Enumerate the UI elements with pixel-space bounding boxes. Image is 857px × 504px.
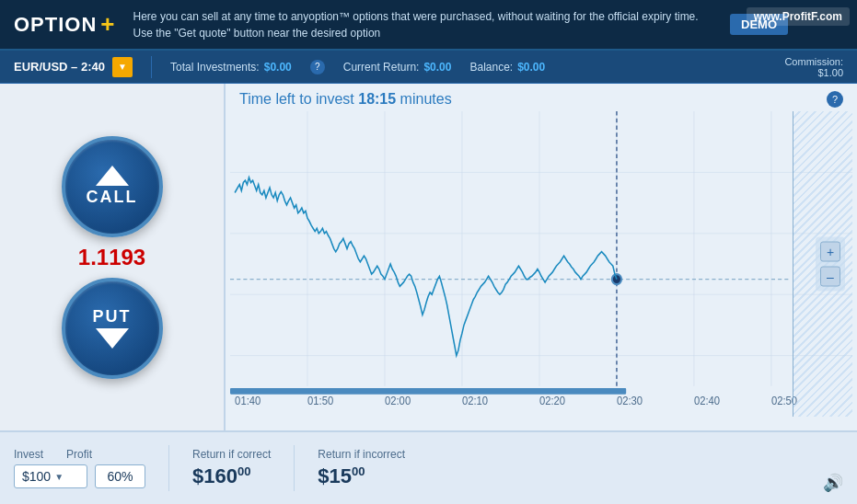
total-investments-help[interactable]: ?	[310, 60, 325, 74]
price-chart: 01:40 01:50 02:00 02:10 02:20 02:30 02:4…	[230, 111, 852, 417]
bottom-divider2	[294, 445, 295, 491]
zoom-in-button[interactable]: +	[820, 242, 840, 262]
return-correct-cents: 00	[237, 464, 250, 478]
balance-value: $0.00	[517, 61, 545, 74]
svg-text:02:40: 02:40	[694, 394, 721, 406]
invest-value: $100	[22, 469, 51, 484]
return-correct-dollars: $160	[192, 464, 237, 487]
header: OPTION + Here you can sell at any time t…	[0, 0, 857, 51]
balance-stat: Balance: $0.00	[469, 61, 545, 74]
current-return-value: $0.00	[423, 61, 451, 74]
invest-input[interactable]: $100 ▼	[14, 464, 87, 488]
zoom-controls: + –	[816, 237, 845, 292]
return-incorrect-section: Return if incorrect $1500	[318, 448, 405, 488]
svg-rect-0	[230, 111, 852, 417]
svg-rect-23	[230, 388, 626, 395]
return-correct-section: Return if correct $16000	[192, 448, 271, 488]
return-incorrect-dollars: $15	[318, 464, 352, 487]
time-left-label: Time left to invest	[239, 91, 354, 107]
pair-dropdown-button[interactable]: ▼	[112, 57, 133, 77]
profit-label: Profit	[66, 448, 92, 461]
bottom-divider1	[168, 445, 169, 491]
call-button[interactable]: CALL	[62, 136, 163, 237]
commission: Commission: $1.00	[784, 56, 843, 78]
arrow-up-icon	[96, 166, 129, 186]
chart-area: Time left to invest 18:15 minutes ?	[226, 84, 857, 430]
total-investments-label: Total Investments:	[170, 61, 260, 74]
invest-controls: $100 ▼ 60%	[14, 464, 145, 488]
price-display: 1.1193	[78, 245, 145, 270]
invest-header: Invest Profit	[14, 448, 145, 461]
header-description: Here you can sell at any time to anyopti…	[115, 8, 730, 41]
return-incorrect-label: Return if incorrect	[318, 448, 405, 461]
chart-help-icon[interactable]: ?	[827, 91, 843, 108]
total-investments-value: $0.00	[264, 61, 292, 74]
commission-value: $1.00	[784, 67, 843, 78]
chevron-down-icon: ▼	[118, 62, 127, 72]
toolbar-divider	[151, 56, 152, 78]
balance-label: Balance:	[469, 61, 513, 74]
current-return-stat: Current Return: $0.00	[343, 61, 452, 74]
svg-text:02:20: 02:20	[539, 394, 566, 406]
invest-dropdown-icon: ▼	[54, 472, 64, 482]
svg-text:02:00: 02:00	[385, 394, 411, 406]
put-label: PUT	[93, 307, 132, 326]
invest-label: Invest	[14, 448, 43, 461]
current-return-label: Current Return:	[343, 61, 420, 74]
svg-text:02:10: 02:10	[462, 394, 489, 406]
profit-value: 60%	[95, 464, 145, 488]
total-investments-stat: Total Investments: $0.00	[170, 61, 292, 74]
call-label: CALL	[87, 188, 138, 207]
chart-header: Time left to invest 18:15 minutes ?	[226, 84, 857, 111]
pair-selector: EUR/USD – 2:40 ▼	[14, 57, 133, 77]
zoom-out-button[interactable]: –	[820, 267, 840, 287]
toolbar: EUR/USD – 2:40 ▼ Total Investments: $0.0…	[0, 51, 857, 84]
return-incorrect-amount: $1500	[318, 464, 405, 488]
time-left-unit: minutes	[400, 91, 452, 107]
main-content: CALL 1.1193 PUT Time left to invest 18:1…	[0, 84, 857, 430]
pair-label: EUR/USD – 2:40	[14, 60, 105, 74]
return-correct-label: Return if correct	[192, 448, 271, 461]
sound-button[interactable]: 🔊	[823, 473, 843, 493]
time-left-value: 18:15	[358, 91, 396, 107]
svg-text:01:50: 01:50	[307, 394, 334, 406]
commission-label: Commission:	[784, 56, 843, 67]
invest-section: Invest Profit $100 ▼ 60%	[14, 448, 145, 488]
svg-text:01:40: 01:40	[235, 394, 261, 406]
logo: OPTION +	[14, 10, 115, 39]
return-correct-amount: $16000	[192, 464, 271, 488]
svg-text:02:30: 02:30	[617, 394, 643, 406]
logo-plus: +	[100, 10, 114, 39]
logo-text: OPTION	[14, 13, 97, 37]
arrow-down-icon	[96, 328, 129, 349]
left-panel: CALL 1.1193 PUT	[0, 84, 226, 430]
bottom-bar: Invest Profit $100 ▼ 60% Return if corre…	[0, 430, 857, 504]
chart-container: 01:40 01:50 02:00 02:10 02:20 02:30 02:4…	[230, 111, 852, 417]
watermark: www.ProfitF.com	[747, 7, 850, 26]
return-incorrect-cents: 00	[352, 464, 365, 478]
time-left: Time left to invest 18:15 minutes	[239, 91, 452, 108]
put-button[interactable]: PUT	[62, 278, 163, 379]
